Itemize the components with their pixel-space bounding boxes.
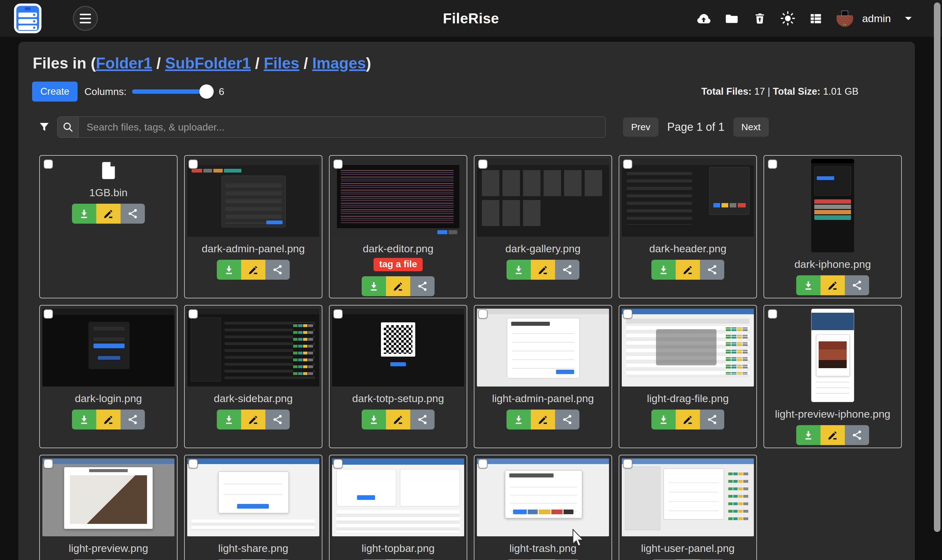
download-button[interactable]	[651, 409, 676, 429]
file-thumbnail[interactable]	[332, 159, 464, 237]
file-thumbnail[interactable]	[622, 458, 754, 536]
file-checkbox[interactable]	[768, 309, 777, 318]
scrollbar[interactable]	[934, 3, 940, 532]
edit-button[interactable]	[241, 260, 265, 280]
file-checkbox[interactable]	[478, 160, 488, 169]
breadcrumb-link-images[interactable]: Images	[312, 54, 366, 72]
file-checkbox[interactable]	[333, 459, 343, 468]
file-thumbnail[interactable]	[332, 309, 464, 386]
theme-sun-icon[interactable]	[780, 11, 795, 26]
breadcrumb-link-subfolder1[interactable]: SubFolder1	[165, 54, 251, 72]
columns-slider[interactable]	[132, 89, 212, 94]
file-card[interactable]: dark-editor.pngtag a file	[329, 155, 467, 298]
edit-button[interactable]	[676, 260, 700, 280]
file-card[interactable]: dark-admin-panel.png	[184, 155, 322, 298]
slider-thumb[interactable]	[199, 85, 214, 99]
file-card[interactable]: light-preview.png	[39, 455, 177, 560]
download-button[interactable]	[506, 409, 531, 429]
share-button[interactable]	[845, 425, 869, 445]
file-card[interactable]: light-share.png	[184, 455, 322, 560]
share-button[interactable]	[120, 204, 145, 224]
user-name[interactable]: admin	[862, 12, 891, 25]
edit-button[interactable]	[386, 409, 410, 429]
file-checkbox[interactable]	[478, 309, 488, 318]
file-checkbox[interactable]	[188, 309, 198, 318]
file-thumbnail[interactable]	[187, 159, 319, 237]
download-button[interactable]	[796, 275, 820, 295]
edit-button[interactable]	[386, 276, 410, 296]
download-button[interactable]	[362, 409, 386, 429]
share-button[interactable]	[700, 260, 724, 280]
download-button[interactable]	[217, 409, 241, 429]
file-card[interactable]: dark-totp-setup.png	[329, 305, 467, 448]
file-thumbnail[interactable]	[42, 309, 174, 386]
file-card[interactable]: dark-login.png	[39, 305, 177, 448]
prev-button[interactable]: Prev	[623, 117, 659, 137]
caret-down-icon[interactable]	[901, 11, 916, 26]
download-button[interactable]	[651, 260, 676, 280]
file-checkbox[interactable]	[44, 459, 53, 468]
share-button[interactable]	[555, 409, 579, 429]
download-button[interactable]	[72, 409, 96, 429]
file-checkbox[interactable]	[478, 459, 488, 468]
file-card[interactable]: dark-iphone.png	[763, 155, 902, 298]
file-checkbox[interactable]	[623, 309, 633, 318]
file-thumbnail[interactable]	[187, 309, 319, 386]
create-button[interactable]: Create	[32, 82, 78, 102]
download-button[interactable]	[506, 260, 531, 280]
search-icon[interactable]	[58, 117, 78, 137]
menu-icon[interactable]	[73, 6, 98, 31]
edit-button[interactable]	[96, 409, 120, 429]
share-button[interactable]	[265, 260, 290, 280]
edit-button[interactable]	[241, 409, 265, 429]
file-card[interactable]: light-preview-iphone.png	[763, 305, 902, 448]
folder-icon[interactable]	[724, 11, 739, 26]
file-card[interactable]: light-topbar.png	[329, 455, 467, 560]
file-thumbnail[interactable]	[332, 458, 464, 536]
file-card[interactable]: 1GB.bin	[39, 155, 177, 298]
share-button[interactable]	[700, 409, 724, 429]
file-checkbox[interactable]	[44, 309, 53, 318]
file-checkbox[interactable]	[44, 160, 53, 169]
file-card[interactable]: light-admin-panel.png	[474, 305, 612, 448]
file-thumbnail[interactable]	[811, 159, 854, 252]
file-thumbnail[interactable]	[811, 309, 854, 402]
file-thumbnail[interactable]	[477, 458, 609, 536]
file-card[interactable]: dark-gallery.png	[474, 155, 612, 298]
file-checkbox[interactable]	[188, 459, 198, 468]
file-card[interactable]: light-trash.png	[474, 455, 612, 560]
file-thumbnail[interactable]	[622, 309, 754, 386]
edit-button[interactable]	[676, 409, 700, 429]
edit-button[interactable]	[820, 275, 845, 295]
list-view-icon[interactable]	[808, 11, 823, 26]
file-checkbox[interactable]	[623, 459, 633, 468]
trash-restore-icon[interactable]	[752, 11, 767, 26]
file-card[interactable]: dark-header.png	[619, 155, 757, 298]
search-input[interactable]	[78, 117, 605, 137]
edit-button[interactable]	[96, 204, 120, 224]
download-button[interactable]	[72, 204, 96, 224]
edit-button[interactable]	[820, 425, 845, 445]
file-checkbox[interactable]	[623, 160, 633, 169]
share-button[interactable]	[410, 409, 434, 429]
file-thumbnail[interactable]	[42, 458, 174, 536]
edit-button[interactable]	[531, 409, 555, 429]
share-button[interactable]	[555, 260, 579, 280]
download-button[interactable]	[796, 425, 820, 445]
file-checkbox[interactable]	[333, 160, 343, 169]
next-button[interactable]: Next	[733, 117, 769, 137]
file-thumbnail[interactable]	[477, 159, 609, 237]
download-button[interactable]	[362, 276, 386, 296]
file-thumbnail[interactable]	[187, 458, 319, 536]
share-button[interactable]	[265, 409, 290, 429]
file-card[interactable]: light-drag-file.png	[619, 305, 757, 448]
file-checkbox[interactable]	[768, 160, 777, 169]
download-button[interactable]	[217, 260, 241, 280]
edit-button[interactable]	[531, 260, 555, 280]
share-button[interactable]	[120, 409, 145, 429]
filter-icon[interactable]	[38, 120, 51, 135]
share-button[interactable]	[845, 275, 869, 295]
avatar[interactable]	[836, 10, 853, 27]
file-card[interactable]: dark-sidebar.png	[184, 305, 322, 448]
file-thumbnail[interactable]	[622, 159, 754, 237]
